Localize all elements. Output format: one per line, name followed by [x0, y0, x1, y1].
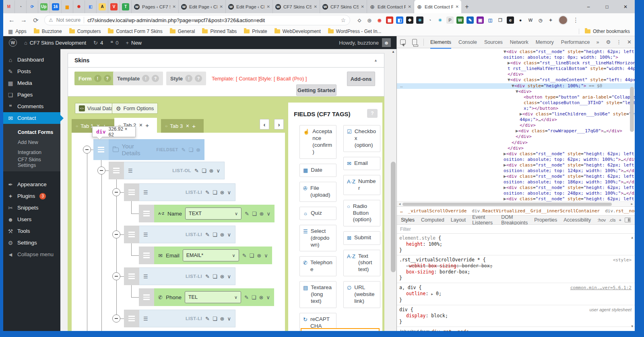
extension-icon[interactable]: ◉: [376, 16, 383, 24]
extension-icon[interactable]: ✦: [547, 16, 554, 24]
tab-close-icon[interactable]: ✕: [267, 4, 270, 9]
field-tag-button[interactable]: ☝ Acceptance (confirm): [299, 125, 336, 159]
sidebar-item[interactable]: ✒ Appearance: [3, 179, 60, 190]
tab-close-icon[interactable]: ✕: [139, 123, 142, 128]
styles-tab[interactable]: DOM Breakpoints: [501, 214, 528, 226]
devtools-tab[interactable]: Console: [458, 36, 477, 48]
site-name-link[interactable]: ⌂ CF7 Skins Development: [24, 40, 86, 46]
pinned-tab-favicon[interactable]: M: [3, 0, 15, 13]
dom-node-line[interactable]: ▶<div class="rst__node" style="height: 6…: [504, 151, 635, 157]
new-content-menu[interactable]: + New: [126, 40, 142, 46]
delete-icon[interactable]: ⊗: [220, 273, 225, 279]
drag-handle[interactable]: [124, 267, 139, 285]
class-toggle[interactable]: .cls: [609, 218, 616, 222]
delete-icon[interactable]: ⊗: [257, 253, 261, 259]
dom-node-line[interactable]: osition: absolute; top: 0px; width: 100%…: [504, 55, 635, 60]
field-tag-button[interactable]: ✉ Email: [343, 157, 380, 170]
chevron-down-icon[interactable]: ∨: [266, 294, 270, 300]
field-tag-button[interactable]: ∅ URL (website link): [343, 281, 380, 308]
delete-icon[interactable]: ⊗: [220, 189, 225, 195]
breadcrumb-item[interactable]: div.rst__node: [605, 208, 635, 214]
inherited-node-link[interactable]: div.rst__node: [431, 329, 469, 331]
styles-tab[interactable]: Layout: [451, 214, 466, 226]
tab-close-icon[interactable]: ✕: [408, 4, 411, 9]
getting-started-button[interactable]: Getting Started: [296, 84, 336, 96]
drag-handle[interactable]: [109, 162, 124, 179]
dom-node-line[interactable]: ▼<div>: [504, 89, 635, 95]
elements-horizontal-scrollbar[interactable]: ◄ ►: [397, 201, 635, 206]
pinned-tab-favicon[interactable]: ▆: [62, 0, 73, 13]
submenu-item[interactable]: CF7 Skins Settings: [3, 157, 60, 167]
field-tag-button[interactable]: ○ Radio Button (option): [343, 200, 380, 227]
drag-handle[interactable]: [139, 288, 154, 306]
delete-icon[interactable]: ⊗: [220, 232, 225, 238]
chevron-down-icon[interactable]: ∨: [227, 273, 231, 279]
tree-row-list-li[interactable]: ☰ LIST-LI ✎ ❏ ⊗ ∨: [124, 226, 235, 243]
edit-icon[interactable]: ✎: [205, 316, 210, 322]
styles-tab[interactable]: Accessibility: [564, 214, 591, 226]
dom-node-line[interactable]: </div>: [504, 72, 635, 77]
extension-icon[interactable]: e: [507, 16, 514, 24]
tab-close-icon[interactable]: ✕: [314, 4, 317, 9]
extension-icon[interactable]: P: [446, 16, 454, 24]
bookmark-folder[interactable]: Pinned Tabs: [202, 29, 237, 34]
help-badge[interactable]: ?: [152, 75, 159, 82]
chevron-down-icon[interactable]: ∨: [227, 316, 231, 322]
dom-node-line[interactable]: ▼<div class="rst__node" style="height: 6…: [504, 49, 635, 55]
devtools-tab[interactable]: Network: [510, 36, 528, 48]
page-scrollbar[interactable]: ▲: [390, 49, 396, 331]
profile-avatar[interactable]: [558, 15, 568, 25]
pinned-tab-favicon[interactable]: ⟳: [27, 0, 38, 13]
updates-indicator[interactable]: ↻ 4: [93, 40, 103, 46]
edit-icon[interactable]: ✎: [205, 189, 210, 195]
elements-tree[interactable]: ▼<div class="rst__node" style="height: 6…: [397, 48, 635, 201]
scrollbar-thumb[interactable]: [402, 203, 612, 206]
tree-row-field-email[interactable]: ✉ Email EMAIL*∨ ✎ ❏ ⊗ ∨: [139, 247, 270, 264]
browser-tab[interactable]: Pages ‹ CF7 Skins Te ✕: [132, 0, 179, 13]
tree-row-field-name[interactable]: A·Z Name TEXT∨ ✎ ❏ ⊗ ∨: [139, 205, 270, 222]
browser-tab[interactable]: CF7 Skins CSS – Fol ✕: [273, 0, 320, 13]
delete-icon[interactable]: ⊗: [260, 211, 264, 217]
browser-tab[interactable]: Edit Page ‹ CF7 Skin ✕: [179, 0, 226, 13]
breadcrumb-item[interactable]: …: [400, 208, 403, 214]
edit-icon[interactable]: ✎: [242, 253, 247, 259]
sidebar-item[interactable]: ❏ Pages: [3, 89, 60, 101]
extension-icon[interactable]: ◎: [366, 16, 373, 24]
tree-row-fieldset[interactable]: Your Details FIELDSET ✎ ❏ ⊗: [93, 139, 204, 160]
account-menu[interactable]: Howdy, buzztone ☻: [339, 38, 391, 47]
pinned-tab-favicon[interactable]: 16: [50, 0, 62, 13]
submenu-item[interactable]: Add New: [3, 137, 60, 147]
tab-close-icon[interactable]: ✕: [361, 4, 364, 9]
drag-handle[interactable]: [124, 310, 139, 327]
drag-handle[interactable]: [124, 183, 139, 201]
wordpress-logo-icon[interactable]: W: [9, 39, 17, 47]
pinned-tab-favicon[interactable]: ◔: [15, 0, 27, 13]
pinned-tab-favicon[interactable]: ◧: [85, 0, 97, 13]
dom-node-line[interactable]: osition: absolute; top: 62px; width: 100…: [504, 157, 635, 162]
submenu-item[interactable]: Integration: [3, 147, 60, 157]
other-bookmarks[interactable]: Other bookmarks: [579, 29, 630, 34]
dom-node-line[interactable]: ▼<div class="rst__nodeContent" style="le…: [504, 77, 635, 83]
extension-icon[interactable]: ▣: [477, 16, 484, 24]
devtools-close-icon[interactable]: ✕: [627, 39, 632, 45]
form-options-button[interactable]: ⚙ Form Options: [112, 103, 158, 114]
extension-icon[interactable]: W: [527, 16, 534, 24]
devtools-tab[interactable]: Performance: [561, 36, 590, 48]
duplicate-icon[interactable]: ❏: [188, 147, 193, 153]
chevron-down-icon[interactable]: ∨: [264, 253, 268, 259]
dom-node-line[interactable]: ▶<div class="rst__lineBlock rst__lineHal…: [504, 60, 635, 66]
devtools-tab[interactable]: Sources: [484, 36, 503, 48]
browser-tab[interactable]: Edit Contact Form ‹ ✕: [367, 0, 414, 13]
dom-node-line[interactable]: osition: absolute; top: 248px; width: 10…: [504, 191, 635, 196]
dom-node-line[interactable]: </div>: [504, 123, 635, 128]
forward-button[interactable]: →: [19, 16, 29, 24]
styles-tab[interactable]: Event Listeners: [472, 214, 495, 226]
duplicate-icon[interactable]: ❏: [213, 232, 217, 238]
help-badge[interactable]: ?: [195, 75, 202, 82]
address-bar[interactable]: ⚠ Not secure cf7skinsdev.local/wp-admin/…: [44, 15, 350, 25]
chevron-down-icon[interactable]: ∨: [266, 211, 270, 217]
maximize-button[interactable]: □: [598, 0, 616, 13]
devtools-tab[interactable]: Memory: [536, 36, 554, 48]
extension-icon[interactable]: ▦: [386, 16, 393, 24]
inspect-element-icon[interactable]: [400, 39, 406, 45]
